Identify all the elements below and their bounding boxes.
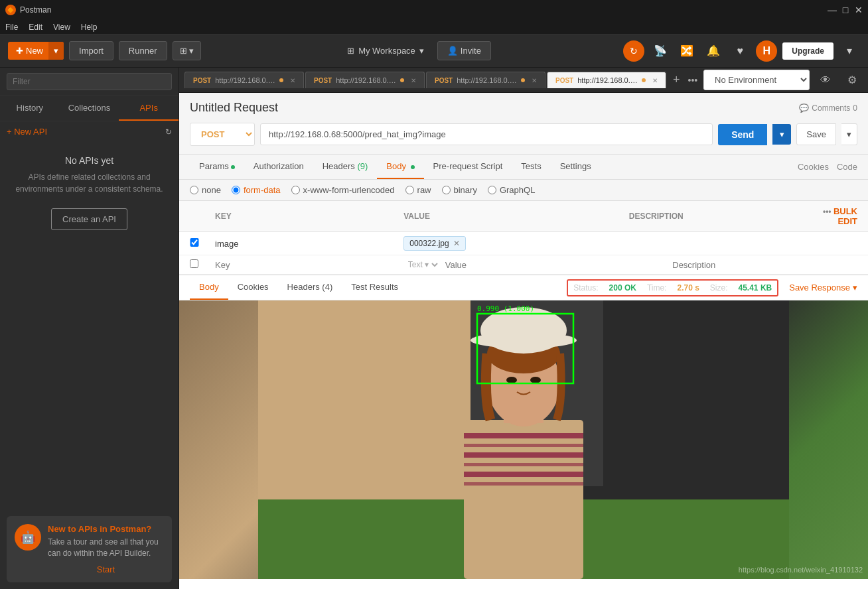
graphql-radio[interactable] [488,186,496,194]
unsaved-dot [279,78,283,82]
notifications-button[interactable]: 🔔 [703,40,724,62]
menu-edit[interactable]: Edit [29,23,42,32]
method-select[interactable]: POST GET PUT DELETE [190,123,255,146]
description-input[interactable] [672,260,857,270]
maximize-button[interactable]: □ [841,6,849,14]
new-button[interactable]: ✚ New ▾ [8,42,64,60]
tab-1[interactable]: POST http://192.168.0.1... ✕ [184,72,304,88]
resp-cookies-tab[interactable]: Cookies [228,275,278,300]
app-icon: 🔶 [5,5,16,15]
save-response-button[interactable]: Save Response ▾ [789,283,857,293]
interceptor-button[interactable]: 🔀 [676,40,697,62]
actions-col-header: ••• Bulk Edit [818,206,857,226]
start-link[interactable]: Start [48,564,164,574]
resp-body-tab[interactable]: Body [190,275,228,300]
urlencoded-radio[interactable] [291,186,300,194]
authorization-tab[interactable]: Authorization [244,155,313,179]
sidebar-tab-apis[interactable]: APIs [119,96,179,121]
graphql-option[interactable]: GraphQL [488,185,535,195]
upgrade-dropdown[interactable]: ▾ [839,40,860,62]
send-dropdown-button[interactable]: ▾ [772,124,791,145]
new-row: Text ▾ File [179,255,868,275]
close-button[interactable]: ✕ [855,6,863,14]
close-tab-icon[interactable]: ✕ [411,77,416,84]
urlencoded-option[interactable]: x-www-form-urlencoded [291,185,395,195]
heart-button[interactable]: ♥ [729,40,751,62]
url-text: http://192.168.0.1... [215,76,275,84]
value-input[interactable] [445,260,668,270]
layout-button[interactable]: ⊞ ▾ [173,41,202,60]
menu-view[interactable]: View [53,23,70,32]
headers-tab[interactable]: Headers (9) [313,155,378,179]
tab-3[interactable]: POST http://192.168.0.6... ✕ [426,72,545,88]
url-text: http://192.168.0.6... [577,76,638,84]
row-checkbox[interactable] [190,238,199,247]
url-input[interactable] [260,123,713,145]
upgrade-button[interactable]: Upgrade [782,42,833,60]
tab-2[interactable]: POST http://192.168.0.1... ✕ [305,72,425,88]
sidebar-tab-collections[interactable]: Collections [60,96,119,121]
none-radio[interactable] [190,186,198,194]
settings-button[interactable]: ⚙ [841,70,863,91]
new-api-button[interactable]: + New API [7,127,47,137]
resp-headers-tab[interactable]: Headers (4) [278,275,342,300]
promo-content: New to APIs in Postman? Take a tour and … [48,524,164,574]
raw-option[interactable]: raw [405,185,431,195]
no-apis-desc: APIs define related collections and envi… [11,171,168,195]
menu-help[interactable]: Help [81,23,98,32]
sync-button[interactable]: ↻ [623,40,644,62]
close-tab-icon[interactable]: ✕ [652,77,658,84]
cookies-link[interactable]: Cookies [798,162,829,172]
environment-select[interactable]: No Environment [703,70,810,90]
settings-tab[interactable]: Settings [551,155,601,179]
raw-radio[interactable] [405,186,414,194]
new-row-checkbox[interactable] [190,259,198,268]
more-icon[interactable]: ••• [823,207,832,216]
add-tab-button[interactable]: + [670,70,683,90]
size-value: 45.41 KB [739,283,772,293]
file-name: 000322.jpg [409,239,449,248]
save-button[interactable]: Save [796,123,836,145]
form-data-option[interactable]: form-data [232,185,281,195]
import-button[interactable]: Import [69,41,113,60]
resp-test-results-tab[interactable]: Test Results [342,275,407,300]
params-dot [231,165,235,169]
params-tab[interactable]: Params [190,155,244,179]
pre-request-tab[interactable]: Pre-request Script [424,155,512,179]
more-tabs-button[interactable]: ••• [686,72,701,88]
workspace-selector[interactable]: ⊞ My Workspace ▾ [339,42,432,60]
table-row: image 000322.jpg ✕ [179,232,868,255]
save-dropdown-button[interactable]: ▾ [841,123,857,145]
create-api-button[interactable]: Create an API [51,208,127,230]
key-input[interactable] [215,260,400,270]
runner-button[interactable]: Runner [119,41,167,60]
sidebar-tab-history[interactable]: History [0,96,60,121]
code-link[interactable]: Code [837,162,857,172]
search-input[interactable] [7,73,172,90]
req-tabs-left: Params Authorization Headers (9) Body Pr… [190,155,601,179]
remove-value-button[interactable]: ✕ [453,239,460,248]
menu-file[interactable]: File [5,23,18,32]
form-data-radio[interactable] [232,186,240,194]
tests-tab[interactable]: Tests [512,155,550,179]
none-option[interactable]: none [190,185,221,195]
refresh-icon[interactable]: ↻ [165,127,172,137]
avatar-button[interactable]: H [756,40,777,62]
unsaved-dot [521,78,525,82]
send-button[interactable]: Send [718,124,767,145]
bulk-edit-button[interactable]: Bulk Edit [833,206,857,226]
body-tab[interactable]: Body [377,155,423,179]
url-text: http://192.168.0.1... [336,76,396,84]
eye-button[interactable]: 👁 [815,70,836,91]
binary-option[interactable]: binary [442,185,477,195]
type-select[interactable]: Text ▾ File [405,259,440,270]
close-tab-icon[interactable]: ✕ [290,77,295,84]
new-dropdown-arrow[interactable]: ▾ [48,42,64,60]
binary-radio[interactable] [442,186,451,194]
minimize-button[interactable]: — [828,6,836,14]
invite-button[interactable]: 👤 Invite [437,41,491,60]
close-tab-icon[interactable]: ✕ [532,77,537,84]
satellite-button[interactable]: 📡 [650,40,671,62]
tab-4-active[interactable]: POST http://192.168.0.6... ✕ [547,72,666,88]
comments-button[interactable]: 💬 Comments 0 [799,103,857,113]
